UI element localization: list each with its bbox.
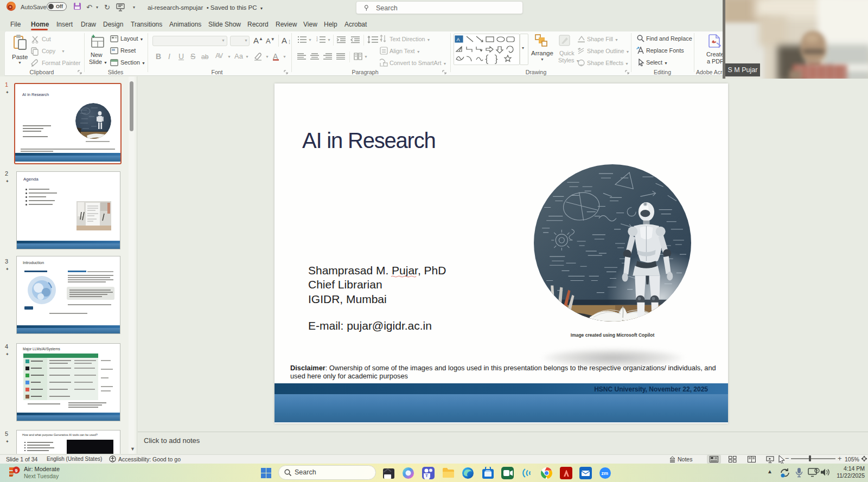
svg-text:zm: zm: [602, 471, 609, 476]
svg-text:A: A: [457, 37, 460, 42]
svg-text:T: T: [425, 473, 428, 478]
svg-text:2: 2: [316, 38, 318, 42]
svg-text:9: 9: [15, 468, 18, 473]
